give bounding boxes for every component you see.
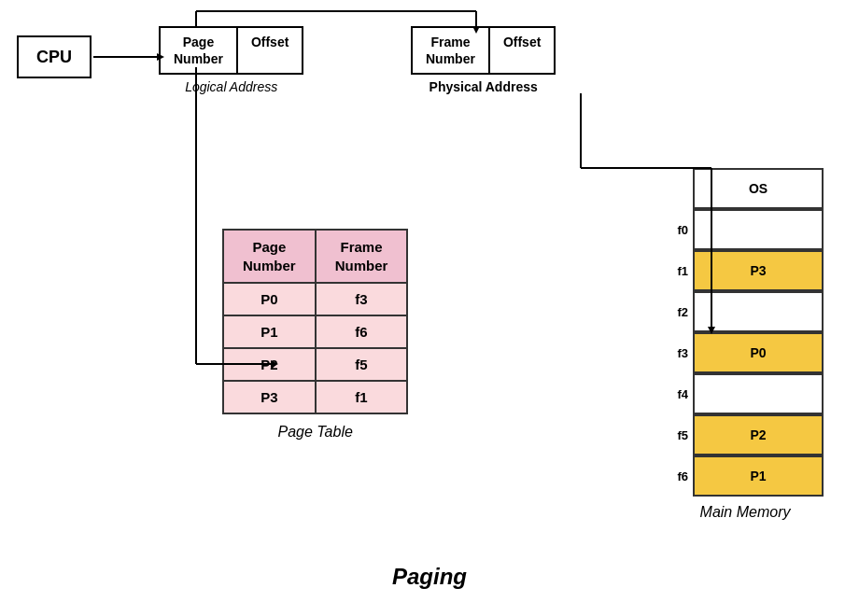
memory-cell-f2 (693, 291, 824, 332)
memory-cell-f3: P0 (693, 332, 824, 373)
memory-cell-f0 (693, 209, 824, 250)
memory-row-label-f6: f6 (667, 469, 693, 483)
memory-row-f3: f3 P0 (667, 332, 824, 373)
memory-cell-f5: P2 (693, 414, 824, 455)
memory-row-f4: f4 (667, 373, 824, 414)
main-memory-container: OS f0 f1 P3 f2 f3 P0 f4 f5 P2 f6 P1 (667, 168, 824, 521)
memory-row-label-f5: f5 (667, 428, 693, 442)
memory-cell-f4 (693, 373, 824, 414)
physical-address-box: FrameNumber Offset Physical Address (411, 26, 556, 94)
table-row: P2 f5 (223, 348, 407, 381)
frame-cell: f3 (316, 283, 408, 315)
memory-row-os: OS (667, 168, 824, 209)
memory-row-label-f1: f1 (667, 264, 693, 278)
memory-row-f6: f6 P1 (667, 455, 824, 497)
memory-row-f5: f5 P2 (667, 414, 824, 455)
page-cell: P2 (223, 348, 316, 381)
memory-cell-os: OS (693, 168, 824, 209)
memory-row-label-f0: f0 (667, 223, 693, 237)
physical-address-label: Physical Address (430, 79, 538, 94)
col-header-page: PageNumber (223, 230, 316, 283)
page-cell: P1 (223, 315, 316, 348)
memory-cell-f6: P1 (693, 455, 824, 497)
memory-row-f0: f0 (667, 209, 824, 250)
frame-cell: f5 (316, 348, 408, 381)
logical-address-box: PageNumber Offset Logical Address (159, 26, 303, 94)
page-table-container: PageNumber FrameNumber P0 f3 P1 f6 P2 f5 (222, 229, 408, 441)
frame-cell: f1 (316, 381, 408, 413)
frame-number-cell: FrameNumber (411, 26, 490, 75)
offset-cell-logical: Offset (238, 26, 303, 75)
table-row: P3 f1 (223, 381, 407, 413)
cpu-box: CPU (17, 35, 92, 78)
memory-row-label-f4: f4 (667, 387, 693, 401)
memory-cell-f1: P3 (693, 250, 824, 291)
table-row: P0 f3 (223, 283, 407, 315)
logical-address-label: Logical Address (185, 79, 277, 94)
memory-row-f1: f1 P3 (667, 250, 824, 291)
page-table-label: Page Table (278, 424, 353, 441)
cpu-label: CPU (36, 48, 72, 67)
diagram-container: CPU PageNumber Offset Logical Address Fr… (0, 0, 859, 616)
memory-row-label-f3: f3 (667, 346, 693, 360)
main-memory-caption: Main Memory (667, 504, 824, 521)
memory-row-f2: f2 (667, 291, 824, 332)
page-cell: P0 (223, 283, 316, 315)
page-table: PageNumber FrameNumber P0 f3 P1 f6 P2 f5 (222, 229, 408, 414)
paging-title: Paging (392, 564, 467, 590)
offset-cell-physical: Offset (490, 26, 556, 75)
col-header-frame: FrameNumber (316, 230, 408, 283)
page-number-cell: PageNumber (159, 26, 238, 75)
page-cell: P3 (223, 381, 316, 413)
table-row: P1 f6 (223, 315, 407, 348)
frame-cell: f6 (316, 315, 408, 348)
memory-row-label-f2: f2 (667, 305, 693, 319)
